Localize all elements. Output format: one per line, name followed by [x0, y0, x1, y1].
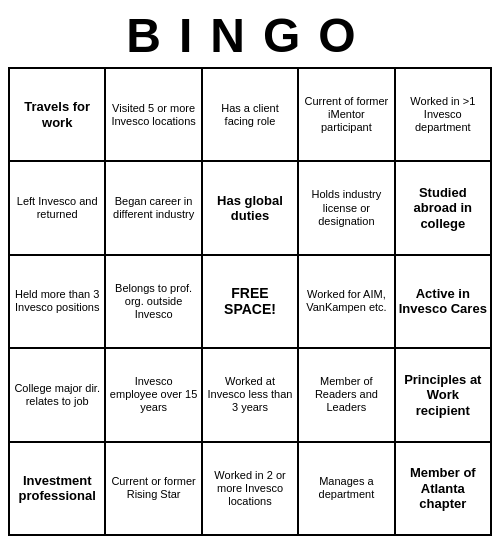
bingo-cell-20: Investment professional: [9, 442, 105, 535]
bingo-cell-14: Active in Invesco Cares: [395, 255, 491, 348]
bingo-cell-11: Belongs to prof. org. outside Invesco: [105, 255, 201, 348]
bingo-cell-0: Travels for work: [9, 68, 105, 161]
bingo-cell-21: Current or former Rising Star: [105, 442, 201, 535]
bingo-cell-22: Worked in 2 or more Invesco locations: [202, 442, 298, 535]
bingo-cell-4: Worked in >1 Invesco department: [395, 68, 491, 161]
bingo-cell-8: Holds industry license or designation: [298, 161, 394, 254]
bingo-cell-24: Member of Atlanta chapter: [395, 442, 491, 535]
bingo-cell-13: Worked for AIM, VanKampen etc.: [298, 255, 394, 348]
bingo-cell-17: Worked at Invesco less than 3 years: [202, 348, 298, 441]
bingo-grid: Travels for workVisited 5 or more Invesc…: [8, 67, 492, 536]
title-b: B: [126, 8, 179, 63]
bingo-cell-9: Studied abroad in college: [395, 161, 491, 254]
bingo-cell-10: Held more than 3 Invesco positions: [9, 255, 105, 348]
bingo-cell-19: Principles at Work recipient: [395, 348, 491, 441]
bingo-cell-12: FREE SPACE!: [202, 255, 298, 348]
bingo-cell-3: Current of former iMentor participant: [298, 68, 394, 161]
title-i: I: [179, 8, 210, 63]
bingo-title: B I N G O: [126, 8, 373, 63]
bingo-cell-16: Invesco employee over 15 years: [105, 348, 201, 441]
bingo-cell-23: Manages a department: [298, 442, 394, 535]
bingo-cell-5: Left Invesco and returned: [9, 161, 105, 254]
title-n: N: [210, 8, 263, 63]
bingo-cell-7: Has global duties: [202, 161, 298, 254]
bingo-cell-18: Member of Readers and Leaders: [298, 348, 394, 441]
title-g: G: [263, 8, 318, 63]
bingo-cell-2: Has a client facing role: [202, 68, 298, 161]
bingo-cell-15: College major dir. relates to job: [9, 348, 105, 441]
title-o: O: [318, 8, 373, 63]
bingo-cell-6: Began career in different industry: [105, 161, 201, 254]
bingo-cell-1: Visited 5 or more Invesco locations: [105, 68, 201, 161]
